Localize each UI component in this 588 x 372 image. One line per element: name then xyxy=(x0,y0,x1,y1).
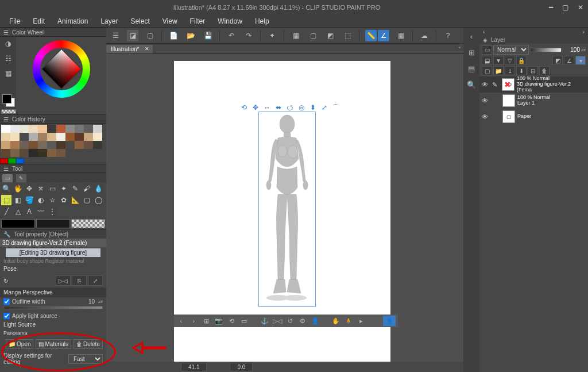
object-rotate-icon[interactable]: ⭯ xyxy=(285,103,295,112)
combine-icon[interactable]: ⊟ xyxy=(528,66,538,75)
camera-move-icon[interactable]: ✥ xyxy=(251,103,260,112)
outline-width-slider[interactable] xyxy=(3,306,103,309)
swatch[interactable] xyxy=(38,141,47,149)
swatch[interactable] xyxy=(56,141,65,149)
new-file-icon[interactable]: 📄 xyxy=(168,30,179,41)
menu-filter[interactable]: Filter xyxy=(184,16,211,26)
3d-figure[interactable] xyxy=(258,114,316,305)
nav-right-icon[interactable]: › xyxy=(583,29,585,35)
eye-icon[interactable]: 👁 xyxy=(482,81,490,88)
panorama-materials-button[interactable]: ▤Materials xyxy=(36,339,71,349)
open-file-icon[interactable]: 📂 xyxy=(185,30,196,41)
reset-icon[interactable]: ↺ xyxy=(285,316,295,325)
swatch[interactable] xyxy=(10,141,20,149)
swatch[interactable] xyxy=(1,149,10,157)
subtool-tab-2[interactable]: ✎ xyxy=(16,174,26,182)
pose-btn-scale[interactable]: ⤢ xyxy=(88,275,103,286)
pen-tool[interactable]: ✎ xyxy=(70,183,80,194)
accent-swatch[interactable] xyxy=(16,158,24,164)
blend-mode-select[interactable]: Normal xyxy=(493,45,529,55)
snap-special-icon[interactable]: ∠ xyxy=(378,30,389,41)
prev-icon[interactable]: ‹ xyxy=(176,316,185,325)
swatch[interactable] xyxy=(47,141,56,149)
accent-swatches[interactable] xyxy=(0,158,106,164)
menu-animation[interactable]: Animation xyxy=(52,16,94,26)
ruler-icon[interactable]: ∠ xyxy=(564,56,574,65)
pose-btn-flip[interactable]: ▷◁ xyxy=(56,275,71,286)
object-pan-icon[interactable]: ⬍ xyxy=(308,103,318,112)
swatch[interactable] xyxy=(75,133,84,141)
swatch[interactable] xyxy=(38,125,47,133)
object-tool[interactable]: ⬚ xyxy=(1,195,11,205)
swatch[interactable] xyxy=(20,133,29,141)
layer-item-1[interactable]: 👁 100 % Normal Layer 1 xyxy=(479,93,588,109)
document-tab[interactable]: Illustration* ✕ xyxy=(106,45,153,53)
minimize-button[interactable]: ━ xyxy=(549,3,553,11)
panorama-delete-button[interactable]: 🗑Delete xyxy=(74,339,103,349)
swatch[interactable] xyxy=(20,149,29,157)
swatch[interactable] xyxy=(20,141,29,149)
merge-icon[interactable]: ⬇ xyxy=(516,66,527,75)
gradient-tool[interactable]: ◐ xyxy=(36,195,46,205)
swatch[interactable] xyxy=(56,133,65,141)
correct-line-tool[interactable]: 〰 xyxy=(36,206,46,217)
light-source-section[interactable]: Light Source xyxy=(0,320,106,329)
clip-studio-icon[interactable]: ◪ xyxy=(127,30,138,41)
color-wheel[interactable] xyxy=(33,40,90,98)
background-color-bar[interactable] xyxy=(36,219,70,228)
close-button[interactable]: ✕ xyxy=(578,3,583,11)
swatch[interactable] xyxy=(10,125,20,133)
register-pose-icon[interactable]: ▸ xyxy=(357,316,366,325)
panel-menu-icon[interactable]: ☰ xyxy=(3,166,9,172)
snap-ruler-icon[interactable]: 📏 xyxy=(365,30,377,41)
rotation-field[interactable]: 0.0 xyxy=(230,363,253,371)
swatch-grid[interactable] xyxy=(0,124,106,158)
swatch[interactable] xyxy=(47,133,56,141)
pose-btn-copy[interactable]: ⎘ xyxy=(72,275,87,286)
outline-width-value[interactable]: 10 xyxy=(88,298,95,305)
menu-layer[interactable]: Layer xyxy=(95,16,123,26)
new-layer-icon[interactable]: ▢ xyxy=(482,66,492,75)
saturated-line-tool[interactable]: ⋮ xyxy=(47,206,57,217)
anchor-icon[interactable]: ⚓ xyxy=(260,316,269,325)
color-slider-icon[interactable]: ☷ xyxy=(3,54,13,63)
undo-icon[interactable]: ↶ xyxy=(226,30,237,41)
menu-help[interactable]: Help xyxy=(249,16,275,26)
marquee-tool[interactable]: ▭ xyxy=(47,183,57,194)
swatch[interactable] xyxy=(29,125,38,133)
register-icon[interactable]: ▭ xyxy=(239,316,249,325)
swatch[interactable] xyxy=(75,125,84,133)
operation-tool[interactable]: ✥ xyxy=(24,183,34,194)
swatch[interactable] xyxy=(65,141,75,149)
pose-material-icon[interactable]: ⚙ xyxy=(298,316,307,325)
color-set-icon[interactable]: ▦ xyxy=(3,69,13,78)
next-icon[interactable]: › xyxy=(189,316,198,325)
swatch[interactable] xyxy=(29,149,38,157)
invert-select-icon[interactable]: ◩ xyxy=(324,30,336,41)
layer-color-icon[interactable]: ▾ xyxy=(575,56,586,65)
swatch[interactable] xyxy=(65,133,75,141)
outline-width-checkbox[interactable] xyxy=(3,298,10,305)
cloud-icon[interactable]: ☁ xyxy=(419,30,430,41)
close-tab-icon[interactable]: ✕ xyxy=(145,46,149,52)
flip-icon[interactable]: ▷◁ xyxy=(273,316,282,325)
lock-icon[interactable]: 🔒 xyxy=(516,56,527,65)
blend-tool[interactable]: ☆ xyxy=(47,195,57,205)
accent-swatch[interactable] xyxy=(0,158,8,164)
search-icon[interactable]: 🔍 xyxy=(466,79,477,90)
menu-icon[interactable]: ☰ xyxy=(110,30,121,41)
eye-icon[interactable]: 👁 xyxy=(482,113,490,120)
swatch[interactable] xyxy=(10,133,20,141)
select-all-icon[interactable]: ▦ xyxy=(290,30,301,41)
swatch[interactable] xyxy=(29,133,38,141)
opacity-slider[interactable] xyxy=(530,48,562,52)
text-tool[interactable]: A xyxy=(24,206,34,217)
eyedropper-tool[interactable]: 💧 xyxy=(93,183,103,194)
menu-edit[interactable]: Edit xyxy=(27,16,51,26)
menu-view[interactable]: View xyxy=(157,16,183,26)
swatch[interactable] xyxy=(56,125,65,133)
mask-toggle-icon[interactable]: ◩ xyxy=(552,56,563,65)
display-settings-select[interactable]: Fast xyxy=(68,354,103,364)
ground-icon[interactable]: ⊞ xyxy=(202,316,211,325)
subtool-tab-1[interactable]: ▭ xyxy=(2,174,13,182)
